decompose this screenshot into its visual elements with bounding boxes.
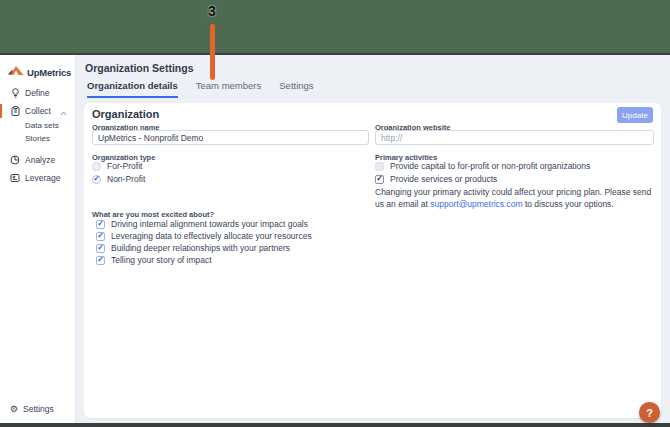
main-content: Organization Settings Organization detai… [77, 55, 670, 423]
sidebar-item-label: Leverage [25, 173, 60, 183]
checkbox-checked-icon: ✓ [96, 256, 105, 265]
radio-label: Non-Profit [107, 174, 145, 184]
tab-settings[interactable]: Settings [279, 80, 313, 98]
sidebar-child-label: Stories [25, 134, 50, 143]
checkbox-checked-icon: ✓ [375, 175, 384, 184]
sidebar: UpMetrics Define Collect Data sets [0, 55, 76, 423]
sidebar-item-analyze[interactable]: Analyze [0, 153, 76, 167]
radio-for-profit[interactable]: For-Profit [92, 161, 142, 171]
checkbox-checked-icon: ✓ [96, 232, 105, 241]
upmetrics-logo[interactable]: UpMetrics [8, 63, 71, 81]
radio-label: For-Profit [107, 161, 142, 171]
checkbox-checked-icon: ✓ [96, 220, 105, 229]
checkbox-unchecked-icon [375, 162, 384, 171]
pricing-note: Changing your primary activity could aff… [375, 186, 657, 211]
gear-icon: ⚙ [10, 405, 18, 414]
radio-non-profit[interactable]: ✓ Non-Profit [92, 174, 145, 184]
radio-checked-icon: ✓ [92, 175, 101, 184]
card-heading: Organization [92, 108, 159, 120]
annotation-step-number: 3 [203, 3, 221, 19]
sidebar-item-label: Analyze [25, 155, 55, 165]
org-name-input[interactable] [92, 130, 369, 145]
tab-organization-details[interactable]: Organization details [87, 80, 178, 98]
checkbox-label: Telling your story of impact [111, 255, 212, 265]
window-bottom-edge [0, 423, 670, 427]
checkbox-label: Provide capital to for-profit or non-pro… [390, 161, 590, 171]
checkbox-label: Driving internal alignment towards your … [111, 219, 308, 229]
upmetrics-logo-icon [8, 63, 24, 81]
excited-label: What are you most excited about? [92, 210, 214, 219]
checkbox-provide-services[interactable]: ✓ Provide services or products [375, 174, 497, 184]
sidebar-item-data-sets[interactable]: Data sets [0, 119, 76, 131]
app-window: UpMetrics Define Collect Data sets [0, 55, 670, 423]
sidebar-item-leverage[interactable]: Leverage [0, 171, 76, 185]
tab-bar: Organization details Team members Settin… [87, 80, 314, 98]
sidebar-item-label: Collect [25, 106, 51, 116]
support-email-link[interactable]: support@upmetrics.com [430, 199, 522, 209]
sidebar-item-stories[interactable]: Stories [0, 132, 76, 144]
checkbox-excited-4[interactable]: ✓ Telling your story of impact [96, 255, 212, 265]
presentation-board-icon [10, 173, 20, 183]
sidebar-item-define[interactable]: Define [0, 86, 76, 100]
sidebar-settings-label: Settings [23, 404, 54, 414]
organization-card: Organization Organization name Organizat… [84, 103, 661, 418]
checkbox-label: Building deeper relationships with your … [111, 243, 290, 253]
checkbox-label: Leveraging data to effectively allocate … [111, 231, 312, 241]
org-website-input[interactable] [375, 130, 654, 145]
annotation-pointer-line [210, 24, 215, 80]
lightbulb-icon [10, 88, 20, 98]
checkbox-label: Provide services or products [390, 174, 497, 184]
logo-text: UpMetrics [27, 67, 71, 78]
checkbox-excited-3[interactable]: ✓ Building deeper relationships with you… [96, 243, 290, 253]
chevron-up-icon[interactable] [60, 108, 67, 118]
checkbox-provide-capital[interactable]: Provide capital to for-profit or non-pro… [375, 161, 590, 171]
update-button[interactable]: Update [617, 107, 653, 123]
help-button[interactable]: ? [639, 402, 660, 423]
sidebar-item-label: Define [25, 88, 50, 98]
pricing-note-text: to discuss your options. [523, 199, 614, 209]
sidebar-child-label: Data sets [25, 121, 59, 130]
checkbox-checked-icon: ✓ [96, 244, 105, 253]
checkbox-excited-1[interactable]: ✓ Driving internal alignment towards you… [96, 219, 308, 229]
checkbox-excited-2[interactable]: ✓ Leveraging data to effectively allocat… [96, 231, 312, 241]
sidebar-item-settings[interactable]: ⚙ Settings [10, 404, 54, 414]
tab-team-members[interactable]: Team members [196, 80, 261, 98]
radio-off-icon [92, 162, 101, 171]
page-title: Organization Settings [85, 62, 194, 74]
clipboard-icon [10, 106, 20, 116]
pie-chart-icon [10, 155, 20, 165]
sidebar-item-collect[interactable]: Collect [0, 104, 76, 118]
